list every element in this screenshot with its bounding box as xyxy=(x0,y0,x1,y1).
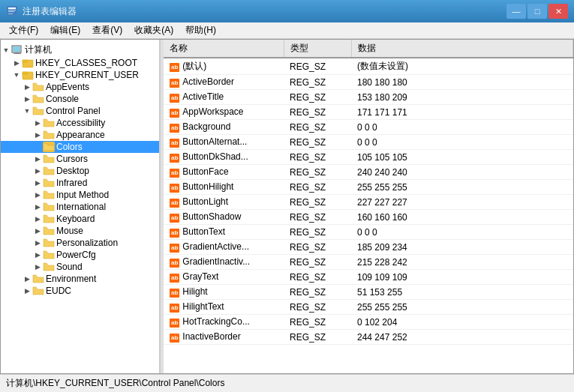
cell-name: abButtonDkShad... xyxy=(164,150,284,165)
tree-expander[interactable]: ▶ xyxy=(22,274,32,284)
tree-expander[interactable]: ▶ xyxy=(32,118,43,128)
app-icon xyxy=(6,5,18,17)
cell-name: abHotTrackingCo... xyxy=(164,315,284,330)
tree-node-controlpanel[interactable]: ▼Control Panel xyxy=(1,105,159,117)
cell-data: 171 171 171 xyxy=(351,105,573,120)
cell-name: abButtonLight xyxy=(164,195,284,210)
tree-label-personalization: Personalization xyxy=(56,238,118,248)
tree-expander[interactable]: ▶ xyxy=(32,166,43,176)
menu-help[interactable]: 帮助(H) xyxy=(179,22,222,38)
tree-expander[interactable]: ▶ xyxy=(32,226,43,236)
folder-icon xyxy=(32,274,44,284)
minimize-button[interactable]: — xyxy=(506,4,526,19)
tree-node-environment[interactable]: ▶Environment xyxy=(1,273,159,285)
table-row[interactable]: abBackgroundREG_SZ0 0 0 xyxy=(164,120,573,135)
cell-type: REG_SZ xyxy=(284,300,351,315)
table-row[interactable]: abButtonFaceREG_SZ240 240 240 xyxy=(164,165,573,180)
tree-node-hkcr[interactable]: ▶HKEY_CLASSES_ROOT xyxy=(1,57,159,69)
tree-node-appearance[interactable]: ▶Appearance xyxy=(1,129,159,141)
main-content: ▼计算机▶HKEY_CLASSES_ROOT▼HKEY_CURRENT_USER… xyxy=(0,39,574,374)
tree-node-accessibility[interactable]: ▶Accessibility xyxy=(1,117,159,129)
cell-type: REG_SZ xyxy=(284,270,351,285)
table-row[interactable]: abButtonShadowREG_SZ160 160 160 xyxy=(164,210,573,225)
table-row[interactable]: abHilightREG_SZ51 153 255 xyxy=(164,285,573,300)
table-row[interactable]: abGradientActive...REG_SZ185 209 234 xyxy=(164,240,573,255)
tree-node-eudc[interactable]: ▶EUDC xyxy=(1,285,159,297)
table-row[interactable]: abHilightTextREG_SZ255 255 255 xyxy=(164,300,573,315)
table-row[interactable]: abInactiveBorderREG_SZ244 247 252 xyxy=(164,330,573,345)
tree-expander[interactable]: ▶ xyxy=(32,154,43,164)
tree-expander[interactable] xyxy=(32,142,43,152)
tree-node-international[interactable]: ▶International xyxy=(1,201,159,213)
cell-type: REG_SZ xyxy=(284,180,351,195)
menu-file[interactable]: 文件(F) xyxy=(3,22,44,38)
tree-node-keyboard[interactable]: ▶Keyboard xyxy=(1,213,159,225)
tree-label-cursors: Cursors xyxy=(56,154,88,164)
tree-expander[interactable]: ▶ xyxy=(32,262,43,272)
cell-type: REG_SZ xyxy=(284,165,351,180)
table-row[interactable]: abButtonDkShad...REG_SZ105 105 105 xyxy=(164,150,573,165)
tree-label-hkcr: HKEY_CLASSES_ROOT xyxy=(35,58,137,68)
menu-view[interactable]: 查看(V) xyxy=(86,22,128,38)
cell-type: REG_SZ xyxy=(284,195,351,210)
tree-node-infrared[interactable]: ▶Infrared xyxy=(1,177,159,189)
cell-type: REG_SZ xyxy=(284,225,351,240)
menu-favorites[interactable]: 收藏夹(A) xyxy=(128,22,179,38)
table-row[interactable]: abActiveTitleREG_SZ153 180 209 xyxy=(164,90,573,105)
table-row[interactable]: abButtonLightREG_SZ227 227 227 xyxy=(164,195,573,210)
table-row[interactable]: abButtonAlternat...REG_SZ0 0 0 xyxy=(164,135,573,150)
tree-node-computer[interactable]: ▼计算机 xyxy=(1,43,159,57)
tree-node-inputmethod[interactable]: ▶Input Method xyxy=(1,189,159,201)
table-row[interactable]: abGradientInactiv...REG_SZ215 228 242 xyxy=(164,255,573,270)
tree-expander[interactable]: ▶ xyxy=(32,178,43,188)
tree-node-sound[interactable]: ▶Sound xyxy=(1,261,159,273)
title-bar: 注册表编辑器 — □ ✕ xyxy=(0,0,574,22)
tree-expander[interactable]: ▶ xyxy=(22,82,32,92)
cell-type: REG_SZ xyxy=(284,330,351,345)
table-row[interactable]: abHotTrackingCo...REG_SZ0 102 204 xyxy=(164,315,573,330)
tree-expander[interactable]: ▶ xyxy=(32,250,43,260)
folder-icon xyxy=(43,214,55,224)
tree-node-hkcu[interactable]: ▼HKEY_CURRENT_USER xyxy=(1,69,159,81)
cell-name: abActiveTitle xyxy=(164,90,284,105)
cell-data: 0 0 0 xyxy=(351,120,573,135)
tree-node-mouse[interactable]: ▶Mouse xyxy=(1,225,159,237)
tree-node-powercfg[interactable]: ▶PowerCfg xyxy=(1,249,159,261)
tree-expander[interactable]: ▶ xyxy=(22,286,32,296)
tree-expander[interactable]: ▶ xyxy=(22,94,32,104)
tree-node-console[interactable]: ▶Console xyxy=(1,93,159,105)
tree-expander[interactable]: ▶ xyxy=(11,58,22,68)
tree-node-desktop[interactable]: ▶Desktop xyxy=(1,165,159,177)
tree-node-appevents[interactable]: ▶AppEvents xyxy=(1,81,159,93)
window-title: 注册表编辑器 xyxy=(23,5,77,18)
menu-edit[interactable]: 编辑(E) xyxy=(44,22,86,38)
table-row[interactable]: abAppWorkspaceREG_SZ171 171 171 xyxy=(164,105,573,120)
folder-icon xyxy=(43,262,55,272)
tree-node-colors[interactable]: Colors xyxy=(1,141,159,153)
tree-expander[interactable]: ▼ xyxy=(11,70,22,80)
table-row[interactable]: abActiveBorderREG_SZ180 180 180 xyxy=(164,75,573,90)
tree-expander[interactable]: ▶ xyxy=(32,130,43,140)
col-type-header[interactable]: 类型 xyxy=(284,40,351,58)
table-row[interactable]: abGrayTextREG_SZ109 109 109 xyxy=(164,270,573,285)
maximize-button[interactable]: □ xyxy=(527,4,547,19)
table-row[interactable]: ab(默认)REG_SZ(数值未设置) xyxy=(164,58,573,75)
folder-icon xyxy=(43,202,55,212)
tree-expander[interactable]: ▶ xyxy=(32,202,43,212)
tree-expander[interactable]: ▶ xyxy=(32,214,43,224)
tree-expander[interactable]: ▼ xyxy=(22,106,32,116)
table-row[interactable]: abButtonHilightREG_SZ255 255 255 xyxy=(164,180,573,195)
folder-icon xyxy=(32,286,44,296)
col-data-header[interactable]: 数据 xyxy=(351,40,573,58)
table-row[interactable]: abButtonTextREG_SZ0 0 0 xyxy=(164,225,573,240)
svg-rect-3 xyxy=(8,11,14,12)
close-button[interactable]: ✕ xyxy=(548,4,568,19)
tree-node-personalization[interactable]: ▶Personalization xyxy=(1,237,159,249)
tree-label-keyboard: Keyboard xyxy=(56,214,95,224)
col-name-header[interactable]: 名称 xyxy=(164,40,284,58)
tree-node-cursors[interactable]: ▶Cursors xyxy=(1,153,159,165)
tree-expander[interactable]: ▶ xyxy=(32,190,43,200)
tree-expander[interactable]: ▶ xyxy=(32,238,43,248)
cell-data: 185 209 234 xyxy=(351,240,573,255)
tree-expander[interactable]: ▼ xyxy=(1,45,11,55)
